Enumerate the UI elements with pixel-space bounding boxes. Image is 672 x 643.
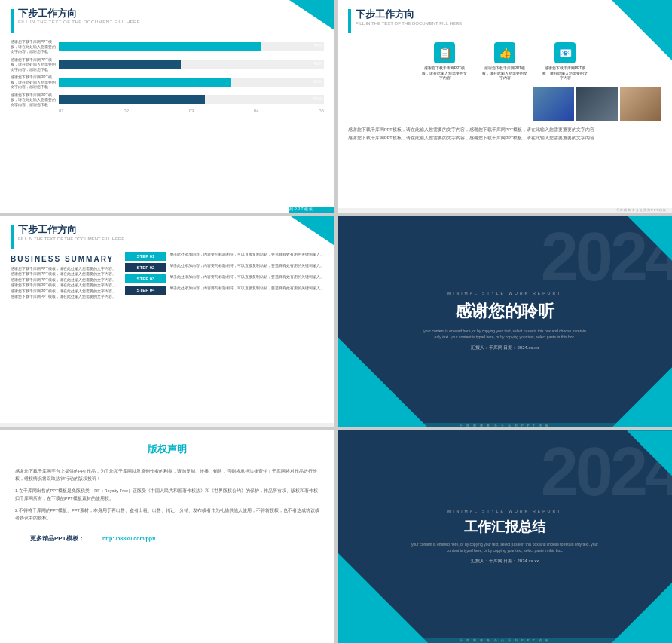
main-title: 工作汇报总结	[371, 518, 638, 536]
photo-1	[533, 87, 574, 121]
icon-label-2: 感谢您下载千库网PPT模板，请在此输入您需要的文字内容	[482, 66, 527, 81]
icon-label-3: 感谢您下载千库网PPT模板，请在此输入您需要的文字内容	[542, 66, 588, 81]
desc-text: your content is entered here, or by copy…	[407, 542, 603, 553]
slide-title: 下步工作方向	[356, 8, 462, 21]
title-accent	[348, 9, 351, 33]
photo-3	[620, 87, 661, 121]
desc-area: 感谢您下载千库网PPT模板，请在此输入您需要的文字内容，感谢您下载千库网PPT模…	[338, 124, 672, 145]
copy-title: 版权声明	[15, 442, 319, 456]
teal-tri-left	[338, 553, 428, 643]
footer-strip: 千 库 网 商 务 办 公 系 列 P P T 模 板	[338, 423, 672, 427]
step-btn-1: STEP 01	[125, 252, 166, 261]
bar-row-2: 感谢您下载千库网PPT模板，请在此处输入您需要的文字内容，感谢您下载 46%	[11, 57, 324, 72]
copy-header: 版权声明	[0, 430, 334, 468]
bar-label-4: 感谢您下载千库网PPT模板，请在此处输入您需要的文字内容，感谢您下载	[11, 93, 56, 108]
step-btn-4: STEP 04	[125, 286, 166, 295]
slide-subtitle: FILL IN THE TEXT OF THE DOCUMENT FILL HE…	[18, 237, 124, 241]
step-btn-2: STEP 02	[125, 263, 166, 272]
footer-strip: 千 库 网 商 务 办 公 系 列 P P T 模 板	[338, 638, 672, 643]
icon-box-1: 📋 感谢您下载千库网PPT模板，请在此输入您需要的文字内容	[422, 42, 467, 81]
bar-container-3: 65%	[59, 78, 324, 87]
bar-label-2: 感谢您下载千库网PPT模板，请在此处输入您需要的文字内容，感谢您下载	[11, 57, 56, 72]
copy-link-label: 更多精品PPT模板：	[15, 529, 99, 545]
bar-container: 76%	[59, 42, 324, 51]
bar-percent: 76%	[313, 44, 322, 48]
copy-link-block: 更多精品PPT模板： http://588ku.com/ppt/	[0, 527, 334, 547]
sub-title: MINIMAL STYLE WORK REPORT	[371, 509, 638, 513]
icon-box-3: 📧 感谢您下载千库网PPT模板，请在此输入您需要的文字内容	[542, 42, 588, 81]
bar-container-2: 46%	[59, 60, 324, 69]
reporter-text: 汇报人：千库网 日期：2024.xx.xx	[371, 558, 638, 565]
bar-row-3: 感谢您下载千库网PPT模板，请在此处输入您需要的文字内容，感谢您下载 65%	[11, 75, 324, 90]
footer-text: 千 库 网 商 务 办 公 系 列 P P T 模 板	[460, 638, 550, 642]
bar-percent-2: 46%	[313, 61, 322, 66]
teal-tri-right	[612, 583, 672, 643]
center-content: MINIMAL STYLE WORK REPORT 工作汇报总结 your co…	[371, 509, 638, 565]
desc-text: your content is entered here, or by copy…	[421, 329, 588, 340]
slide-2: 下步工作方向 FILL IN THE TEXT OF THE DOCUMENT …	[338, 0, 672, 213]
bar-fill-3: 65%	[59, 78, 231, 87]
slide-3: 下步工作方向 FILL IN THE TEXT OF THE DOCUMENT …	[0, 216, 334, 428]
photo-2	[576, 87, 618, 121]
slide-5-copyright: 版权声明 感谢您下载千库网平台上提供的PPT作品，为了您和千库网以及原创作者的利…	[0, 430, 334, 643]
axis-03: 03	[189, 109, 194, 113]
desc-para: 感谢您下载千库网PPT模板，请在此处输入您需要的文字内容。感谢您下载千库网PPT…	[11, 266, 119, 300]
bar-label-3: 感谢您下载千库网PPT模板，请在此处输入您需要的文字内容，感谢您下载	[11, 75, 56, 90]
center-content: MINIMAL STYLE WORK REPORT 感谢您的聆听 your co…	[421, 291, 588, 351]
bar-fill-2: 46%	[59, 60, 181, 69]
chart-area: 感谢您下载千库网PPT模板，请在此处输入您需要的文字内容，感谢您下载 76% 感…	[11, 39, 324, 107]
reporter-text: 汇报人：千库网 日期：2024.xx.xx	[421, 344, 588, 351]
copy-para-3: 2.不得将千库网的PPT模板、PPT素材，本身用于再出售、盗者出租、出售、转让、…	[15, 507, 319, 522]
teal-tri-left	[338, 337, 428, 427]
main-title: 感谢您的聆听	[421, 300, 588, 323]
slide-title: 下步工作方向	[18, 223, 124, 237]
bar-container-4: 55%	[59, 95, 324, 104]
axis-04: 04	[254, 109, 259, 113]
slide-title: 下步工作方向	[18, 8, 140, 20]
bar-fill-4: 55%	[59, 95, 205, 104]
icon-box-2: 👍 感谢您下载千库网PPT模板，请在此输入您需要的文字内容	[482, 42, 527, 81]
bar-fill: 76%	[59, 42, 261, 51]
bar-percent-3: 65%	[313, 79, 322, 84]
title-accent	[11, 225, 14, 249]
step-btn-3: STEP 03	[125, 274, 166, 283]
bar-row-1: 感谢您下载千库网PPT模板，请在此处输入您需要的文字内容，感谢您下载 76%	[11, 39, 324, 54]
footer-text: 千 库 网 商 务 办 公 系 列 P P T 模 板	[289, 202, 331, 211]
copy-para-1: 感谢您下载千库网平台上提供的PPT作品，为了您和千库网以及原创作者的利益，请勿复…	[15, 468, 319, 483]
axis-02: 02	[124, 109, 129, 113]
slide-6: 2024 MINIMAL STYLE WORK REPORT 工作汇报总结 yo…	[338, 430, 672, 643]
title-accent-bar	[11, 9, 14, 33]
slide-grid: 下步工作方向 FILL IN THE TEXT OF THE DOCUMENT …	[0, 0, 672, 643]
slide-subtitle: FILL IN THE TEXT OF THE DOCUMENT FILL HE…	[18, 20, 140, 24]
step-row-4: STEP 04 单击此处添加内容，内容要与标题相符，可以直接复制粘贴，要选择有效…	[125, 286, 324, 295]
desc-text-2: 感谢您下载千库网PPT模板，请在此输入您需要的文字内容，感谢您下载千库网PPT模…	[348, 135, 661, 141]
slide-1: 下步工作方向 FILL IN THE TEXT OF THE DOCUMENT …	[0, 0, 334, 213]
bar-percent-4: 55%	[313, 96, 322, 101]
step-row-1: STEP 01 单击此处添加内容，内容要与标题相符，可以直接复制粘贴，要选择有效…	[125, 252, 324, 261]
step-row-2: STEP 02 单击此处添加内容，内容要与标题相符，可以直接复制粘贴，要选择有效…	[125, 263, 324, 272]
axis-01: 01	[59, 109, 64, 113]
footer-strip: 千 库 网 商 务 办 公 系 列 P P T 模 板	[338, 208, 672, 213]
slide-4: 2024 MINIMAL STYLE WORK REPORT 感谢您的聆听 yo…	[338, 216, 672, 428]
bar-row-4: 感谢您下载千库网PPT模板，请在此处输入您需要的文字内容，感谢您下载 55%	[11, 93, 324, 108]
slide-header: 下步工作方向 FILL IN THE TEXT OF THE DOCUMENT …	[0, 216, 334, 252]
copy-body: 感谢您下载千库网平台上提供的PPT作品，为了您和千库网以及原创作者的利益，请勿复…	[0, 468, 334, 522]
thumb-icon: 👍	[494, 42, 515, 63]
biz-title: BUSINESS SUMMARY	[11, 255, 119, 263]
teal-corner-tr	[612, 0, 672, 60]
step-row-3: STEP 03 单击此处添加内容，内容要与标题相符，可以直接复制粘贴，要选择有效…	[125, 274, 324, 283]
axis-labels: 01 02 03 04 05	[11, 109, 324, 113]
footer-bar: 千 库 网 商 务 办 公 系 列 P P T 模 板	[289, 207, 334, 213]
teal-tri-right	[612, 367, 672, 427]
photos-row	[338, 87, 672, 124]
axis-05: 05	[319, 109, 324, 113]
footer-text: 千 库 网 商 务 办 公 系 列 P P T 模 板	[460, 424, 550, 427]
email-icon: 📧	[554, 42, 576, 63]
copy-para-2: 1.在千库网出售的PPT模板是免版税类（RF：Royalty-Free）正版受《…	[15, 488, 319, 503]
copy-link-url[interactable]: http://588ku.com/ppt/	[102, 536, 155, 541]
desc-text-1: 感谢您下载千库网PPT模板，请在此输入您需要的文字内容，感谢您下载千库网PPT模…	[348, 127, 661, 133]
icon-label-1: 感谢您下载千库网PPT模板，请在此输入您需要的文字内容	[422, 66, 467, 81]
footer-strip	[0, 423, 334, 427]
footer-text: 千 库 网 商 务 办 公 系 列 P P T 模 板	[616, 208, 666, 212]
slide-subtitle: FILL IN THE TEXT OF THE DOCUMENT FILL HE…	[356, 21, 462, 26]
